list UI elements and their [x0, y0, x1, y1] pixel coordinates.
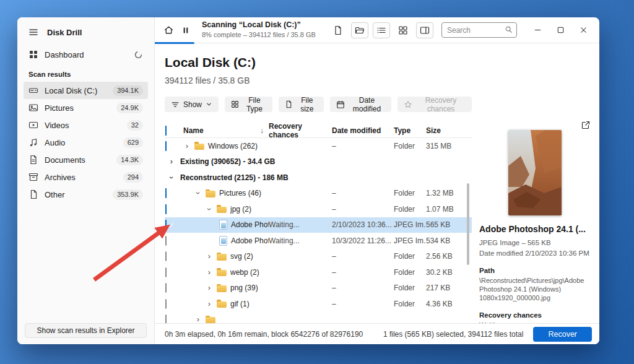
file-size-filter-button[interactable]: File size	[279, 97, 324, 112]
sidebar-footer: Show scan results in Explorer	[24, 323, 148, 338]
scan-spinner-icon	[134, 50, 143, 59]
group-label: Existing (390652) - 34.4 GB	[180, 157, 275, 166]
expand-chevron-icon[interactable]: ›	[206, 300, 213, 308]
open-preview-button[interactable]	[581, 120, 591, 130]
group-row-existing[interactable]: › Existing (390652) - 34.4 GB	[165, 154, 472, 170]
document-icon	[333, 25, 343, 35]
row-recovery: Waiting...	[269, 236, 332, 245]
row-checkbox[interactable]	[165, 314, 167, 323]
table-row[interactable]: › gif (1) – Folder 4.36 KB	[165, 296, 472, 312]
new-session-button[interactable]	[329, 22, 347, 39]
open-folder-button[interactable]	[351, 22, 368, 38]
column-size[interactable]: Size	[426, 126, 464, 135]
count-badge: 24.9K	[116, 103, 143, 113]
recover-button[interactable]: Recover	[533, 327, 592, 342]
row-size: 1.32 MB	[426, 189, 464, 197]
table-row-partial[interactable]: ›	[165, 312, 472, 324]
column-type[interactable]: Type	[394, 126, 426, 135]
file-size-filter-label: File size	[297, 96, 318, 113]
sidebar-item-pictures[interactable]: Pictures 24.9K	[24, 99, 148, 116]
preview-date-modified: Date modified 2/10/2023 10:36 PM	[479, 249, 591, 258]
row-checkbox[interactable]	[165, 204, 167, 214]
sidebar-item-videos[interactable]: Videos 32	[24, 116, 148, 134]
table-row[interactable]: › Pictures (46) – Folder 1.32 MB	[165, 186, 472, 202]
grid-view-icon	[398, 25, 408, 35]
row-checkbox[interactable]	[165, 283, 167, 293]
table-row[interactable]: › png (39) – Folder 217 KB	[165, 280, 472, 297]
vertical-scrollbar[interactable]	[467, 183, 469, 265]
row-checkbox[interactable]	[165, 141, 167, 151]
sort-indicator[interactable]: ↓	[260, 126, 264, 135]
row-checkbox[interactable]	[165, 188, 167, 198]
sidebar-item-audio[interactable]: Audio 629	[24, 134, 148, 151]
pause-button[interactable]	[177, 22, 194, 39]
row-type: Folder	[394, 252, 426, 261]
expand-chevron-icon[interactable]: ›	[206, 284, 213, 292]
sidebar-item-documents[interactable]: Documents 14.3K	[24, 151, 148, 168]
table-row[interactable]: › Windows (262) – Folder 315 MB	[165, 138, 472, 154]
row-checkbox[interactable]	[165, 299, 167, 309]
file-type-filter-label: File Type	[243, 96, 266, 113]
collapse-chevron-icon[interactable]: ›	[206, 206, 213, 213]
column-name[interactable]: Name	[183, 126, 204, 135]
scan-subtitle: 8% complete – 394112 files / 35.8 GB	[202, 31, 316, 40]
expand-chevron-icon[interactable]: ›	[206, 253, 213, 260]
sidebar-item-label: Local Disk (C:)	[45, 86, 97, 95]
row-checkbox[interactable]	[165, 251, 167, 261]
sidebar-item-local-disk[interactable]: Local Disk (C:) 394.1K	[24, 82, 148, 99]
close-button[interactable]	[575, 22, 592, 39]
sidebar-item-archives[interactable]: Archives 294	[24, 168, 148, 186]
table-header: Name ↓ Recovery chances Date modified Ty…	[165, 122, 472, 138]
preview-panel-toggle-button[interactable]	[416, 22, 433, 38]
external-link-icon	[581, 120, 591, 130]
sidebar-item-label: Other	[45, 190, 65, 199]
expand-chevron-icon[interactable]: ›	[194, 316, 202, 323]
table-row[interactable]: › Adobe Photosho... Waiting... 10/3/2022…	[165, 233, 472, 249]
minimize-icon	[533, 25, 542, 35]
table-row[interactable]: › jpg (2) – Folder 1.07 MB	[165, 201, 472, 217]
row-date: 10/3/2022 11:26...	[332, 236, 394, 245]
sidebar-item-other[interactable]: Other 353.9K	[24, 186, 148, 203]
collapse-chevron-icon[interactable]: ›	[168, 174, 175, 181]
maximize-button[interactable]	[552, 22, 569, 39]
row-checkbox[interactable]	[165, 267, 167, 277]
select-all-checkbox[interactable]	[165, 126, 167, 136]
sidebar-item-dashboard[interactable]: Dashboard	[24, 46, 148, 63]
table-row[interactable]: › svg (2) – Folder 2.56 KB	[165, 249, 472, 265]
pause-icon	[181, 25, 191, 35]
grid-view-button[interactable]	[394, 22, 412, 39]
show-in-explorer-button[interactable]: Show scan results in Explorer	[25, 323, 147, 338]
row-date: 2/10/2023 10:36...	[332, 220, 394, 229]
show-filter-button[interactable]: Show	[165, 97, 219, 112]
table-row[interactable]: › webp (2) – Folder 30.2 KB	[165, 264, 472, 280]
jpeg-file-icon	[219, 236, 227, 246]
row-checkbox-checked[interactable]	[165, 220, 167, 230]
date-modified-filter-button[interactable]: Date modified	[330, 97, 391, 112]
home-button[interactable]	[160, 22, 177, 39]
folder-icon	[217, 205, 227, 213]
row-type: Folder	[394, 284, 426, 292]
table-row-selected[interactable]: › Adobe Photosho... Waiting... 2/10/2023…	[165, 217, 472, 233]
expand-chevron-icon[interactable]: ›	[206, 269, 213, 276]
column-date-modified[interactable]: Date modified	[332, 126, 394, 135]
minimize-button[interactable]	[529, 22, 546, 39]
page-title: Local Disk (C:)	[165, 54, 472, 71]
star-icon	[404, 100, 412, 109]
preview-thumbnail[interactable]	[508, 130, 562, 215]
row-size: 4.36 KB	[426, 300, 464, 308]
column-recovery-chances[interactable]: Recovery chances	[269, 122, 332, 139]
disk-drill-window: Disk Drill Dashboard Scan results Local …	[17, 17, 599, 344]
status-bar: 0h 3m elapsed, 0h 16m remain, block 6542…	[155, 323, 599, 344]
collapse-chevron-icon[interactable]: ›	[194, 189, 202, 197]
recovery-chances-filter-button[interactable]: Recovery chances	[397, 97, 472, 112]
row-name: png (39)	[230, 284, 258, 292]
menu-icon[interactable]	[28, 27, 38, 37]
row-checkbox[interactable]	[165, 236, 167, 246]
toolbar: Scanning “Local Disk (C:)” 8% complete –…	[155, 17, 599, 43]
expand-chevron-icon[interactable]: ›	[183, 142, 191, 150]
folder-icon	[217, 284, 227, 292]
expand-chevron-icon[interactable]: ›	[168, 158, 175, 165]
file-type-filter-button[interactable]: File Type	[225, 97, 272, 112]
group-row-reconstructed[interactable]: › Reconstructed (2125) - 186 MB	[165, 170, 472, 186]
list-view-button[interactable]	[373, 22, 390, 38]
